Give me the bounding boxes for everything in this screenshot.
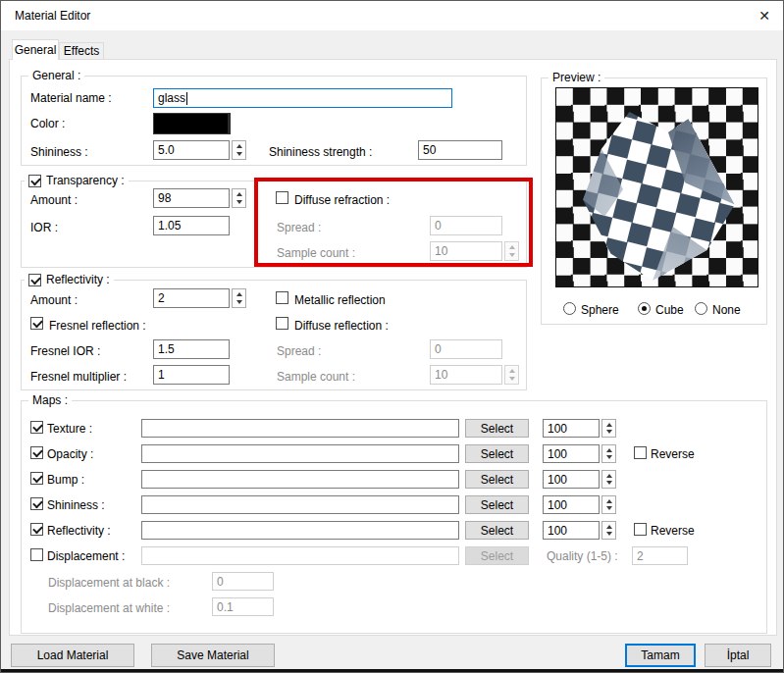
material-name-label: Material name : xyxy=(30,91,112,106)
shininess-strength-label: Shininess strength : xyxy=(269,145,372,160)
transparency-amount-label: Amount : xyxy=(30,193,78,208)
save-material-button[interactable]: Save Material xyxy=(151,644,275,667)
shininess-map-select-button[interactable]: Select xyxy=(465,495,529,514)
diffuse-refraction-checkbox[interactable] xyxy=(276,191,288,204)
reflectivity-amount-input[interactable]: 2 xyxy=(153,288,230,308)
ior-input[interactable]: 1.05 xyxy=(153,216,230,235)
preview-sphere-radio[interactable] xyxy=(563,302,576,315)
reflectivity-map-amount-spinner[interactable] xyxy=(601,521,616,540)
ok-button[interactable]: Tamam xyxy=(625,644,696,667)
spinner-up-icon[interactable] xyxy=(606,423,612,427)
preview-none-radio[interactable] xyxy=(695,302,707,315)
texture-select-button[interactable]: Select xyxy=(465,419,529,438)
opacity-reverse-checkbox[interactable] xyxy=(634,446,647,459)
shininess-map-checkbox[interactable] xyxy=(30,497,43,510)
preview-sphere-label: Sphere xyxy=(581,303,619,318)
spinner-up-icon[interactable] xyxy=(236,144,242,148)
shininess-spinner[interactable] xyxy=(232,140,246,160)
material-name-value: glass xyxy=(158,91,185,105)
cancel-button[interactable]: İptal xyxy=(705,644,771,667)
bump-checkbox[interactable] xyxy=(30,472,43,485)
spinner-down-icon[interactable] xyxy=(606,481,612,485)
reflectivity-checkbox[interactable] xyxy=(28,274,41,286)
reflectivity-sample-count-label: Sample count : xyxy=(277,370,355,385)
spinner-down-icon[interactable] xyxy=(236,152,242,156)
reflectivity-reverse-label: Reverse xyxy=(651,524,695,539)
displacement-label: Displacement : xyxy=(47,549,125,564)
spinner-down-icon[interactable] xyxy=(606,455,612,459)
tab-general[interactable]: General xyxy=(12,39,59,60)
transparency-amount-spinner[interactable] xyxy=(232,188,246,208)
transparency-checkbox[interactable] xyxy=(28,175,41,187)
reflectivity-amount-spinner[interactable] xyxy=(232,288,246,308)
opacity-path-input[interactable] xyxy=(141,444,459,463)
shininess-map-amount-input[interactable]: 100 xyxy=(543,495,600,514)
spinner-up-icon xyxy=(509,245,515,249)
window-bottom-edge xyxy=(1,669,783,672)
bump-path-input[interactable] xyxy=(141,470,459,489)
fresnel-ior-input[interactable]: 1.5 xyxy=(153,339,230,359)
displacement-checkbox[interactable] xyxy=(30,548,43,561)
bump-amount-spinner[interactable] xyxy=(601,470,616,489)
close-icon[interactable]: ✕ xyxy=(752,4,777,27)
opacity-checkbox[interactable] xyxy=(30,446,43,459)
spinner-down-icon[interactable] xyxy=(606,430,612,434)
material-editor-dialog: Material Editor ✕ Effects General Genera… xyxy=(0,0,784,673)
quality-label: Quality (1-5) : xyxy=(547,549,618,564)
shininess-map-amount-spinner[interactable] xyxy=(601,495,616,514)
reflectivity-amount-label: Amount : xyxy=(30,293,78,308)
metallic-reflection-checkbox[interactable] xyxy=(276,291,288,304)
tab-effects[interactable]: Effects xyxy=(59,42,104,60)
text-caret xyxy=(186,92,187,105)
spinner-up-icon[interactable] xyxy=(606,474,612,478)
spinner-down-icon[interactable] xyxy=(606,532,612,536)
reflectivity-map-label: Reflectivity : xyxy=(47,524,111,539)
texture-amount-input[interactable]: 100 xyxy=(543,419,600,438)
title-bar[interactable]: Material Editor ✕ xyxy=(1,1,783,30)
spinner-up-icon[interactable] xyxy=(236,292,242,296)
opacity-amount-input[interactable]: 100 xyxy=(543,444,600,463)
opacity-select-button[interactable]: Select xyxy=(465,444,529,463)
color-swatch-button[interactable] xyxy=(153,113,231,134)
texture-amount-spinner[interactable] xyxy=(601,419,616,438)
fresnel-reflection-checkbox[interactable] xyxy=(30,317,43,330)
shininess-map-label: Shininess : xyxy=(47,498,105,513)
spinner-up-icon xyxy=(509,369,515,373)
reflectivity-map-path-input[interactable] xyxy=(141,521,459,540)
shininess-input[interactable]: 5.0 xyxy=(153,140,230,160)
spinner-up-icon[interactable] xyxy=(606,499,612,503)
bump-select-button[interactable]: Select xyxy=(465,470,529,489)
fresnel-multiplier-input[interactable]: 1 xyxy=(153,365,230,385)
sample-count-label: Sample count : xyxy=(277,246,355,261)
reflectivity-map-amount-input[interactable]: 100 xyxy=(543,521,600,540)
preview-group-title: Preview : xyxy=(549,71,604,85)
shininess-map-path-input[interactable] xyxy=(141,495,459,514)
diffuse-reflection-checkbox[interactable] xyxy=(276,317,288,330)
opacity-reverse-label: Reverse xyxy=(651,447,695,462)
load-material-button[interactable]: Load Material xyxy=(11,644,134,667)
opacity-amount-spinner[interactable] xyxy=(601,444,616,463)
fresnel-multiplier-label: Fresnel multiplier : xyxy=(30,370,127,385)
spinner-down-icon[interactable] xyxy=(236,300,242,304)
metallic-reflection-label: Metallic reflection xyxy=(294,293,386,308)
reflectivity-map-select-button[interactable]: Select xyxy=(465,521,529,540)
spinner-up-icon[interactable] xyxy=(606,525,612,529)
texture-path-input[interactable] xyxy=(141,419,459,438)
transparency-amount-input[interactable]: 98 xyxy=(153,188,230,208)
spinner-down-icon[interactable] xyxy=(606,506,612,510)
texture-checkbox[interactable] xyxy=(30,421,43,434)
reflectivity-map-checkbox[interactable] xyxy=(30,523,43,536)
preview-cube-radio[interactable] xyxy=(638,302,651,315)
displacement-select-button: Select xyxy=(465,546,529,565)
reflectivity-reverse-checkbox[interactable] xyxy=(634,523,647,536)
material-name-input[interactable]: glass xyxy=(153,88,452,108)
spinner-up-icon[interactable] xyxy=(606,448,612,452)
quality-input: 2 xyxy=(632,546,688,565)
spinner-up-icon[interactable] xyxy=(236,192,242,196)
bump-amount-input[interactable]: 100 xyxy=(543,470,600,489)
displacement-white-label: Displacement at white : xyxy=(48,601,170,616)
preview-cube-render xyxy=(583,112,738,281)
spinner-down-icon[interactable] xyxy=(236,200,242,204)
shininess-strength-input[interactable]: 50 xyxy=(418,140,502,160)
reflectivity-sample-count-input: 10 xyxy=(430,365,502,385)
